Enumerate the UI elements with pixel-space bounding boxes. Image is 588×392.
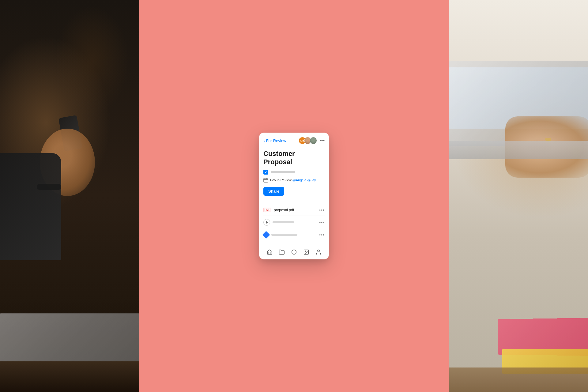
svg-rect-0	[264, 178, 268, 182]
svg-point-8	[305, 251, 306, 252]
audio-more-button[interactable]: •••	[319, 220, 325, 225]
header-right: DB •••	[299, 137, 325, 144]
nav-image-button[interactable]	[303, 249, 309, 255]
share-button[interactable]: Share	[263, 187, 284, 196]
task-row	[263, 170, 325, 175]
svg-point-9	[318, 250, 320, 252]
file-list: PDF proposal.pdf ••• •••	[263, 205, 325, 241]
image-icon	[303, 249, 309, 255]
file-item-doc: •••	[263, 229, 325, 241]
file-item-audio: •••	[263, 216, 325, 229]
left-panel	[0, 0, 139, 392]
calendar-icon	[263, 178, 268, 183]
mention-angela: @Angela	[292, 178, 306, 182]
plus-icon	[291, 249, 297, 255]
mobile-card: ‹ For Review DB ••• Customer	[259, 133, 329, 259]
card-body: Customer Proposal Group Review @Angela	[259, 147, 329, 245]
nav-profile-button[interactable]	[315, 249, 322, 255]
back-chevron-icon: ‹	[263, 138, 265, 143]
more-options-button[interactable]: •••	[319, 138, 325, 143]
back-nav[interactable]: ‹ For Review	[263, 138, 286, 143]
audio-file-bar	[273, 221, 294, 223]
pdf-more-button[interactable]: •••	[319, 208, 325, 213]
divider	[259, 200, 329, 200]
document-title: Customer Proposal	[263, 150, 325, 166]
user-icon	[315, 249, 322, 255]
file-item-pdf-left: PDF proposal.pdf	[263, 208, 294, 212]
file-item-pdf: PDF proposal.pdf •••	[263, 205, 325, 216]
card-header: ‹ For Review DB •••	[259, 133, 329, 147]
pdf-filename: proposal.pdf	[274, 208, 294, 212]
group-review-row: Group Review @Angela @Jay	[263, 178, 325, 183]
file-item-audio-left	[263, 219, 294, 226]
task-bar	[271, 171, 295, 173]
doc-more-button[interactable]: •••	[319, 232, 325, 237]
avatar-group: DB	[299, 137, 317, 144]
home-icon	[266, 249, 273, 255]
mention-jay: @Jay	[307, 178, 316, 182]
folder-icon	[279, 249, 285, 255]
group-review-text: Group Review @Angela @Jay	[270, 178, 316, 182]
task-checkbox[interactable]	[263, 170, 268, 175]
center-panel: ‹ For Review DB ••• Customer	[139, 0, 449, 392]
file-item-doc-left	[263, 232, 297, 238]
play-icon[interactable]	[263, 219, 270, 226]
play-triangle	[266, 221, 268, 224]
back-label: For Review	[266, 138, 286, 143]
bottom-nav	[259, 245, 329, 259]
doc-file-bar	[271, 234, 297, 236]
diamond-icon	[262, 231, 270, 239]
nav-folder-button[interactable]	[279, 249, 285, 255]
pdf-icon: PDF	[263, 208, 271, 212]
nav-add-button[interactable]	[291, 249, 297, 255]
right-panel	[449, 0, 588, 392]
nav-home-button[interactable]	[266, 249, 273, 255]
avatar-male	[310, 137, 317, 144]
